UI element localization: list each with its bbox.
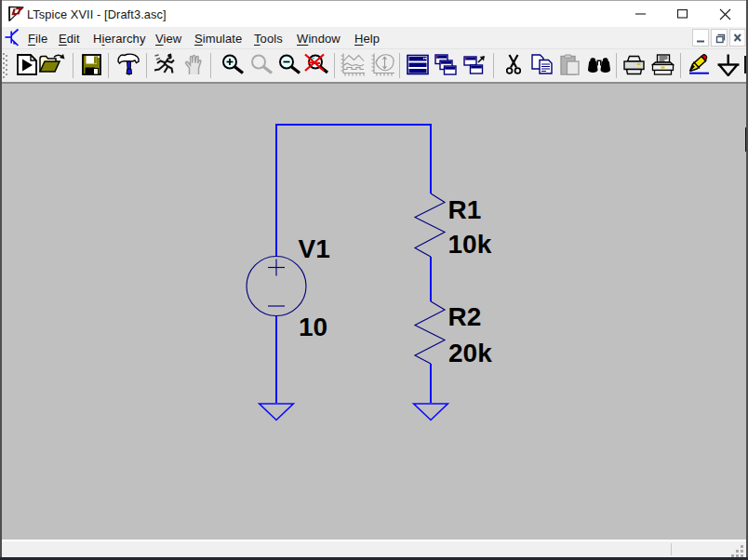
svg-text:R1: R1 <box>448 195 482 224</box>
svg-text:20k: 20k <box>448 339 492 367</box>
svg-text:10k: 10k <box>448 230 492 259</box>
svg-text:10: 10 <box>299 313 327 341</box>
svg-text:R2: R2 <box>448 302 482 331</box>
svg-text:V1: V1 <box>299 234 330 263</box>
